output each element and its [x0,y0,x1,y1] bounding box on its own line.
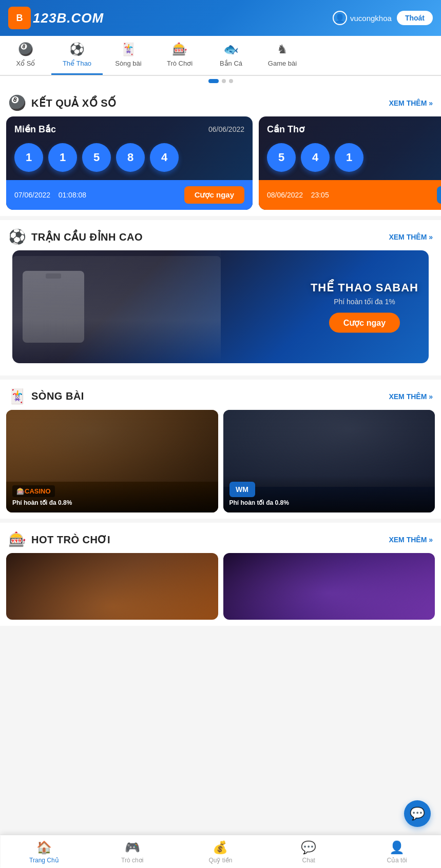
songbai-icon: 🃏 [121,42,136,56]
casino-card-content-2: WM Phí hoàn tối đa 0.8% [223,476,435,512]
user-info: 👤 vucongkhoa [333,11,392,25]
lottery-section: 🎱 KẾT QUẢ XỔ SỐ XEM THÊM » Miền Bắc 06/0… [0,86,441,216]
sports-see-more[interactable]: XEM THÊM » [389,233,433,241]
hot-games-title-wrap: 🎰 HOT TRÒ CHƠI [8,531,110,548]
lottery-title: KẾT QUẢ XỔ SỐ [31,97,117,109]
casino-promo-1: Phí hoàn tối đa 0.8% [12,499,212,506]
game-glow-1 [6,553,218,620]
xoso-icon: 🎱 [18,42,33,56]
ball-1-3: 5 [82,143,111,172]
ball-2-3: 1 [335,143,363,172]
lottery-card-footer-1: 07/06/2022 01:08:08 Cược ngay [6,180,253,210]
lottery-card-header-2: Cần Thơ 08/06/2022 [259,116,441,139]
casino-card-2[interactable]: WM Phí hoàn tối đa 0.8% [223,410,435,512]
banca-label: Bắn Cá [220,60,242,67]
lottery-numbers-1: 1 1 5 8 4 [6,139,253,180]
hot-games-section: 🎰 HOT TRÒ CHƠI XEM THÊM » [0,523,441,626]
lottery-region-2: Cần Thơ [267,124,304,135]
hot-games-cards-container [0,553,441,626]
lottery-section-header: 🎱 KẾT QUẢ XỔ SỐ XEM THÊM » [0,86,441,116]
logo-icon: B [8,7,31,29]
lottery-region-1: Miền Bắc [14,124,56,135]
logo-text: 123B.COM [33,10,104,26]
player-jersey [23,261,84,353]
dot-1 [208,79,219,83]
tab-xoso[interactable]: 🎱 Xổ Số [0,36,51,75]
dot-2 [222,79,226,83]
lottery-numbers-2: 5 4 1 [259,139,441,180]
game-card-1[interactable] [6,553,218,620]
lottery-see-more[interactable]: XEM THÊM » [389,99,433,107]
lottery-card-footer-2: 08/06/2022 23:05 Cược ngay [259,180,441,210]
tab-gamebai[interactable]: ♞ Game bài [257,36,308,75]
tab-thethao[interactable]: ⚽ Thể Thao [51,36,103,75]
sports-icon: ⚽ [8,228,26,245]
lottery-icon: 🎱 [8,94,26,111]
hot-games-see-more[interactable]: XEM THÊM » [389,536,433,544]
sports-title: TRẬN CẦU ĐỈNH CAO [31,231,143,243]
sports-title-wrap: ⚽ TRẬN CẦU ĐỈNH CAO [8,228,143,245]
gamebai-label: Game bài [268,60,297,67]
tab-trochoi[interactable]: 🎰 Trò Chơi [154,36,205,75]
sports-banner-subtitle: Phí hoàn tối đa 1% [311,298,418,306]
lottery-cards-container: Miền Bắc 06/06/2022 1 1 5 8 4 07/06/2022… [0,116,441,216]
dot-3 [229,79,233,83]
wm-logo: WM [229,482,255,497]
xoso-label: Xổ Số [16,60,35,67]
sports-banner[interactable]: THỂ THAO SABAH Phí hoàn tối đa 1% Cược n… [12,250,429,363]
lottery-card-can-tho[interactable]: Cần Thơ 08/06/2022 5 4 1 08/06/2022 23:0… [259,116,441,210]
ball-2-2: 4 [301,143,330,172]
casino-section-header: 🃏 Sòng bài XEM THÊM » [0,380,441,410]
hot-games-icon: 🎰 [8,531,26,548]
casino-title: Sòng bài [31,390,84,402]
banner-arrow-right[interactable]: › [432,306,441,320]
ball-1-5: 4 [150,143,179,172]
casino-see-more[interactable]: XEM THÊM » [389,392,433,401]
sports-banner-title: THỂ THAO SABAH [311,281,418,294]
banner-arrow-left[interactable]: ‹ [0,306,9,320]
lottery-card-header-1: Miền Bắc 06/06/2022 [6,116,253,139]
casino-card-1[interactable]: 🎰CASINO Phí hoàn tối đa 0.8% [6,410,218,512]
bet-button-2[interactable]: Cược ngay [437,186,441,204]
sports-section-header: ⚽ TRẬN CẦU ĐỈNH CAO XEM THÊM » [0,220,441,250]
ball-1-4: 8 [116,143,145,172]
casino-cards-container: 🎰CASINO Phí hoàn tối đa 0.8% WM Phí hoàn… [0,410,441,519]
trochoi-icon: 🎰 [172,42,187,56]
bet-button-1[interactable]: Cược ngay [184,186,244,204]
game-card-bg-1 [6,553,218,620]
jersey-shape [23,271,84,343]
game-glow-2 [223,553,435,620]
thethao-label: Thể Thao [63,60,91,67]
sports-banner-wrapper: ‹ THỂ THAO SABAH Phí hoàn tối đa 1% Cược… [0,250,441,376]
lottery-next-datetime-2: 08/06/2022 23:05 [267,191,329,199]
songbai-label: Sòng bài [115,60,141,67]
casino-card-content-1: 🎰CASINO Phí hoàn tối đa 0.8% [6,479,218,512]
hot-games-section-header: 🎰 HOT TRÒ CHƠI XEM THÊM » [0,523,441,553]
game-card-2[interactable] [223,553,435,620]
hot-games-title: HOT TRÒ CHƠI [31,534,110,546]
casino-logo-1: 🎰CASINO [12,485,55,497]
casino-icon: 🃏 [8,388,26,405]
thethao-icon: ⚽ [69,42,85,56]
carousel-dots [0,76,441,86]
logout-button[interactable]: Thoát [397,11,433,25]
lottery-next-datetime-1: 07/06/2022 01:08:08 [14,191,86,199]
casino-title-wrap: 🃏 Sòng bài [8,388,84,405]
user-avatar-icon: 👤 [333,11,347,25]
username-label: vucongkhoa [350,14,392,23]
lottery-title-wrap: 🎱 KẾT QUẢ XỔ SỐ [8,94,117,111]
lottery-date-1: 06/06/2022 [208,125,244,133]
sports-section: ⚽ TRẬN CẦU ĐỈNH CAO XEM THÊM » ‹ THỂ THA… [0,220,441,376]
game-card-bg-2 [223,553,435,620]
header-right: 👤 vucongkhoa Thoát [333,11,433,25]
category-nav: 🎱 Xổ Số ⚽ Thể Thao 🃏 Sòng bài 🎰 Trò Chơi… [0,36,441,76]
tab-banca[interactable]: 🐟 Bắn Cá [205,36,257,75]
sports-banner-content: THỂ THAO SABAH Phí hoàn tối đa 1% Cược n… [311,281,418,333]
lottery-card-mien-bac[interactable]: Miền Bắc 06/06/2022 1 1 5 8 4 07/06/2022… [6,116,253,210]
trochoi-label: Trò Chơi [167,60,193,67]
header: B 123B.COM 👤 vucongkhoa Thoát [0,0,441,36]
ball-2-1: 5 [267,143,296,172]
sports-bet-button[interactable]: Cược ngay [329,313,400,333]
tab-songbai[interactable]: 🃏 Sòng bài [103,36,154,75]
ball-1-1: 1 [14,143,43,172]
